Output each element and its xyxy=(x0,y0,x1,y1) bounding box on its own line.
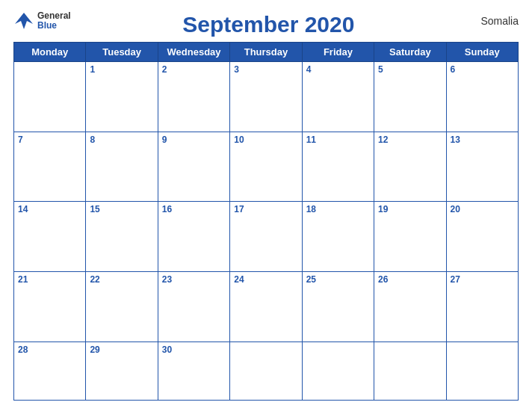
day-number: 26 xyxy=(378,274,442,285)
calendar-cell: 11 xyxy=(302,132,374,202)
calendar-cell: 1 xyxy=(86,62,158,132)
calendar-cell: 29 xyxy=(86,342,158,400)
calendar-cell: 9 xyxy=(158,132,229,202)
day-number: 28 xyxy=(18,344,81,355)
calendar-cell xyxy=(302,342,374,400)
day-number: 16 xyxy=(162,204,226,214)
calendar-cell xyxy=(374,342,446,400)
day-number: 9 xyxy=(162,135,226,145)
calendar-cell: 28 xyxy=(14,342,86,400)
calendar-cell: 24 xyxy=(230,272,302,342)
calendar-cell: 30 xyxy=(158,342,229,400)
calendar-cell: 5 xyxy=(374,62,446,132)
header: General Blue September 2020 Somalia xyxy=(13,10,519,37)
day-number: 11 xyxy=(306,135,370,145)
country-label: Somalia xyxy=(466,10,519,27)
day-number: 18 xyxy=(306,204,370,214)
calendar-cell: 25 xyxy=(302,272,374,342)
day-number: 21 xyxy=(18,274,81,285)
calendar-title: September 2020 xyxy=(71,10,466,37)
header-wednesday: Wednesday xyxy=(158,43,229,62)
logo-icon xyxy=(13,10,34,31)
day-number: 5 xyxy=(378,64,442,75)
header-monday: Monday xyxy=(14,43,86,62)
day-number: 3 xyxy=(234,64,297,75)
calendar-cell: 20 xyxy=(446,202,518,272)
day-number: 22 xyxy=(90,274,153,285)
day-number: 27 xyxy=(451,274,514,285)
day-number: 4 xyxy=(306,64,370,75)
logo-blue-text: Blue xyxy=(37,21,71,31)
week-row-4: 21222324252627 xyxy=(14,272,519,342)
header-saturday: Saturday xyxy=(374,43,446,62)
calendar-cell: 17 xyxy=(230,202,302,272)
header-tuesday: Tuesday xyxy=(86,43,158,62)
calendar-cell xyxy=(230,342,302,400)
calendar-cell: 4 xyxy=(302,62,374,132)
calendar-cell: 23 xyxy=(158,272,229,342)
calendar-cell xyxy=(446,342,518,400)
calendar-cell: 21 xyxy=(14,272,86,342)
calendar-cell: 22 xyxy=(86,272,158,342)
calendar-table: Monday Tuesday Wednesday Thursday Friday… xyxy=(13,42,519,401)
calendar-cell: 14 xyxy=(14,202,86,272)
week-row-1: 123456 xyxy=(14,62,519,132)
calendar-cell: 13 xyxy=(446,132,518,202)
calendar-page: General Blue September 2020 Somalia Mond… xyxy=(0,0,532,411)
day-number: 7 xyxy=(18,135,81,145)
calendar-cell: 6 xyxy=(446,62,518,132)
calendar-cell: 16 xyxy=(158,202,229,272)
svg-marker-0 xyxy=(15,13,33,29)
day-number: 19 xyxy=(378,204,442,214)
calendar-cell: 8 xyxy=(86,132,158,202)
day-number: 23 xyxy=(162,274,226,285)
calendar-cell: 7 xyxy=(14,132,86,202)
calendar-cell: 3 xyxy=(230,62,302,132)
header-friday: Friday xyxy=(302,43,374,62)
calendar-cell: 15 xyxy=(86,202,158,272)
calendar-cell: 10 xyxy=(230,132,302,202)
header-thursday: Thursday xyxy=(230,43,302,62)
week-row-5: 282930 xyxy=(14,342,519,400)
day-number: 6 xyxy=(451,64,514,75)
week-row-2: 78910111213 xyxy=(14,132,519,202)
header-sunday: Sunday xyxy=(446,43,518,62)
day-number: 17 xyxy=(234,204,297,214)
day-number: 8 xyxy=(90,135,153,145)
week-row-3: 14151617181920 xyxy=(14,202,519,272)
calendar-cell: 2 xyxy=(158,62,229,132)
calendar-cell: 26 xyxy=(374,272,446,342)
day-number: 13 xyxy=(451,135,514,145)
day-number: 12 xyxy=(378,135,442,145)
day-number: 29 xyxy=(90,344,153,355)
calendar-cell: 19 xyxy=(374,202,446,272)
calendar-cell xyxy=(14,62,86,132)
day-number: 30 xyxy=(162,344,226,355)
calendar-cell: 12 xyxy=(374,132,446,202)
day-number: 20 xyxy=(451,204,514,214)
day-number: 10 xyxy=(234,135,297,145)
day-number: 15 xyxy=(90,204,153,214)
calendar-cell: 27 xyxy=(446,272,518,342)
day-number: 2 xyxy=(162,64,226,75)
day-number: 14 xyxy=(18,204,81,214)
day-number: 25 xyxy=(306,274,370,285)
calendar-cell: 18 xyxy=(302,202,374,272)
logo-text: General Blue xyxy=(37,11,71,31)
weekday-header-row: Monday Tuesday Wednesday Thursday Friday… xyxy=(14,43,519,62)
logo: General Blue xyxy=(13,10,71,31)
day-number: 1 xyxy=(90,64,153,75)
day-number: 24 xyxy=(234,274,297,285)
